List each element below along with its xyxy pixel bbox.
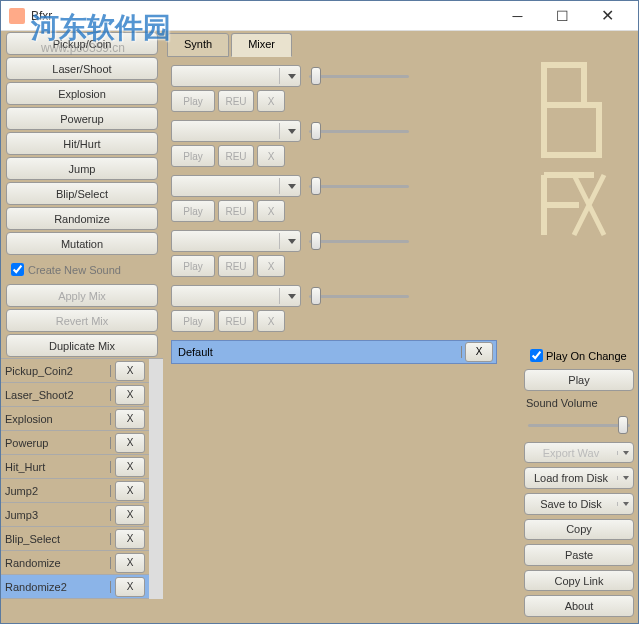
paste-button[interactable]: Paste (524, 544, 634, 566)
channel-play-button[interactable]: Play (171, 145, 215, 167)
sound-volume-slider[interactable] (528, 415, 630, 434)
maximize-button[interactable]: ☐ (540, 2, 585, 30)
create-new-sound-label: Create New Sound (28, 264, 121, 276)
channel-clear-button[interactable]: X (257, 310, 285, 332)
channel-volume-slider[interactable] (309, 231, 409, 251)
sound-list-scrollbar[interactable] (149, 359, 163, 599)
channel-clear-button[interactable]: X (257, 200, 285, 222)
sound-row[interactable]: Blip_SelectX (1, 527, 149, 551)
channel-play-button[interactable]: Play (171, 310, 215, 332)
channel-volume-slider[interactable] (309, 66, 409, 86)
slider-thumb[interactable] (311, 177, 321, 195)
delete-sound-button[interactable]: X (115, 457, 145, 477)
pickup-coin-button[interactable]: Pickup/Coin (6, 32, 158, 55)
hit-hurt-button[interactable]: Hit/Hurt (6, 132, 158, 155)
slider-thumb[interactable] (311, 67, 321, 85)
close-button[interactable]: ✕ (585, 2, 630, 30)
delete-sound-button[interactable]: X (115, 409, 145, 429)
mixer-panel: Play REU X Play REU X (163, 57, 520, 623)
sound-row[interactable]: RandomizeX (1, 551, 149, 575)
revert-mix-button[interactable]: Revert Mix (6, 309, 158, 332)
channel-volume-slider[interactable] (309, 176, 409, 196)
bfxr-logo (534, 55, 624, 275)
randomize-button[interactable]: Randomize (6, 207, 158, 230)
channel-rev-button[interactable]: REU (218, 200, 254, 222)
tab-mixer[interactable]: Mixer (231, 33, 292, 57)
sound-row[interactable]: ExplosionX (1, 407, 149, 431)
play-button[interactable]: Play (524, 369, 634, 391)
channel-dropdown[interactable] (171, 65, 301, 87)
channel-rev-button[interactable]: REU (218, 255, 254, 277)
chevron-down-icon (288, 294, 296, 299)
channel-play-button[interactable]: Play (171, 200, 215, 222)
save-dropdown[interactable] (617, 502, 633, 506)
sound-row[interactable]: PowerupX (1, 431, 149, 455)
chevron-down-icon (288, 184, 296, 189)
channel-rev-button[interactable]: REU (218, 310, 254, 332)
copy-link-button[interactable]: Copy Link (524, 570, 634, 592)
duplicate-mix-button[interactable]: Duplicate Mix (6, 334, 158, 357)
slider-thumb[interactable] (618, 416, 628, 434)
delete-sound-button[interactable]: X (115, 481, 145, 501)
save-to-disk-button[interactable]: Save to Disk (524, 493, 634, 515)
slider-thumb[interactable] (311, 122, 321, 140)
jump-button[interactable]: Jump (6, 157, 158, 180)
channel-dropdown[interactable] (171, 230, 301, 252)
export-wav-button[interactable]: Export Wav (524, 442, 634, 464)
sound-row[interactable]: Hit_HurtX (1, 455, 149, 479)
chevron-down-icon (288, 129, 296, 134)
sound-row[interactable]: Pickup_Coin2X (1, 359, 149, 383)
chevron-down-icon (623, 502, 629, 506)
channel-play-button[interactable]: Play (171, 90, 215, 112)
chevron-down-icon (288, 239, 296, 244)
create-new-sound-checkbox[interactable] (11, 263, 24, 276)
slider-thumb[interactable] (311, 287, 321, 305)
blip-select-button[interactable]: Blip/Select (6, 182, 158, 205)
channel-clear-button[interactable]: X (257, 255, 285, 277)
about-button[interactable]: About (524, 595, 634, 617)
channel-volume-slider[interactable] (309, 286, 409, 306)
load-dropdown[interactable] (617, 476, 633, 480)
sound-row[interactable]: Randomize2X (1, 575, 149, 599)
channel-play-button[interactable]: Play (171, 255, 215, 277)
laser-shoot-button[interactable]: Laser/Shoot (6, 57, 158, 80)
tab-synth[interactable]: Synth (167, 33, 229, 57)
channel-volume-slider[interactable] (309, 121, 409, 141)
delete-sound-button[interactable]: X (115, 361, 145, 381)
mutation-button[interactable]: Mutation (6, 232, 158, 255)
explosion-button[interactable]: Explosion (6, 82, 158, 105)
delete-sound-button[interactable]: X (115, 553, 145, 573)
mixer-channel: Play REU X (171, 175, 512, 222)
channel-clear-button[interactable]: X (257, 90, 285, 112)
play-on-change-label: Play On Change (546, 350, 627, 362)
sound-list: Pickup_Coin2X Laser_Shoot2X ExplosionX P… (1, 358, 163, 623)
delete-sound-button[interactable]: X (115, 433, 145, 453)
delete-sound-button[interactable]: X (115, 385, 145, 405)
mix-list-row[interactable]: Default X (171, 340, 497, 364)
mixer-channel: Play REU X (171, 120, 512, 167)
channel-clear-button[interactable]: X (257, 145, 285, 167)
delete-sound-button[interactable]: X (115, 529, 145, 549)
delete-sound-button[interactable]: X (115, 505, 145, 525)
channel-dropdown[interactable] (171, 175, 301, 197)
minimize-button[interactable]: ─ (495, 2, 540, 30)
apply-mix-button[interactable]: Apply Mix (6, 284, 158, 307)
titlebar: Bfxr ─ ☐ ✕ (1, 1, 638, 31)
channel-rev-button[interactable]: REU (218, 145, 254, 167)
channel-dropdown[interactable] (171, 120, 301, 142)
mixer-channel: Play REU X (171, 230, 512, 277)
copy-button[interactable]: Copy (524, 519, 634, 541)
powerup-button[interactable]: Powerup (6, 107, 158, 130)
sound-row[interactable]: Laser_Shoot2X (1, 383, 149, 407)
channel-dropdown[interactable] (171, 285, 301, 307)
channel-rev-button[interactable]: REU (218, 90, 254, 112)
delete-sound-button[interactable]: X (115, 577, 145, 597)
window-title: Bfxr (31, 9, 52, 23)
load-from-disk-button[interactable]: Load from Disk (524, 467, 634, 489)
delete-mix-button[interactable]: X (465, 342, 493, 362)
slider-thumb[interactable] (311, 232, 321, 250)
play-on-change-checkbox[interactable] (530, 349, 543, 362)
sound-row[interactable]: Jump2X (1, 479, 149, 503)
sound-row[interactable]: Jump3X (1, 503, 149, 527)
export-wav-dropdown[interactable] (617, 451, 633, 455)
